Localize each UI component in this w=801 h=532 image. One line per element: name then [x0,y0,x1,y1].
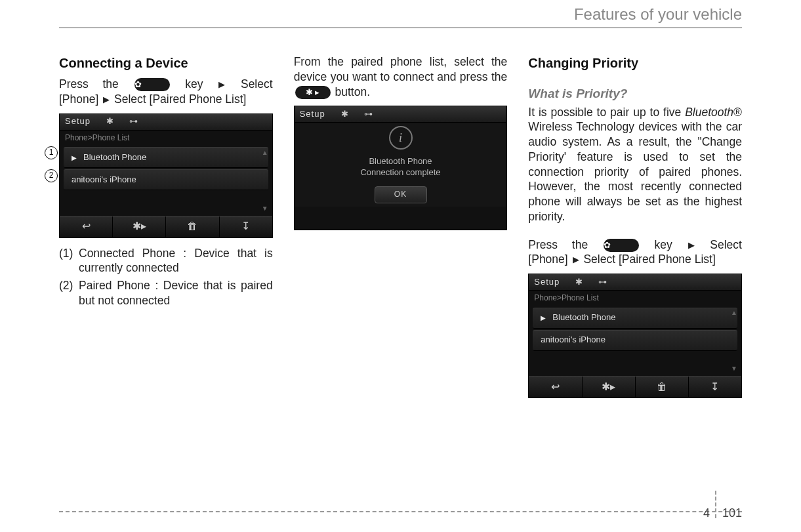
scroll-down-icon[interactable]: ▼ [731,364,737,373]
link-icon: ⊶ [364,109,373,120]
col3-heading: Changing Priority [528,54,742,72]
list-item-label: anitooni's iPhone [541,335,606,346]
pagenum-separator [715,491,717,518]
scroll-up-icon[interactable]: ▲ [262,148,268,157]
legend-text-1: Connected Phone : Device that is current… [79,246,273,276]
brand-bluetooth: Bluetooth [685,106,733,119]
list-item-connected[interactable]: ▶ Bluetooth Phone [533,308,737,329]
list-item-label: Bluetooth Phone [83,152,146,163]
link-icon: ⊶ [129,116,138,127]
bluetooth-icon: ✱ [341,109,348,120]
col3-proc2: [Phone] [528,253,571,266]
screen-setup-label: Setup [65,116,91,127]
col3-para-a: It is possible to pair up to five [528,106,685,119]
screen-breadcrumb: Phone>Phone List [60,131,272,146]
info-icon: i [389,126,413,150]
list-item-connected[interactable]: ▶ Bluetooth Phone [64,147,268,168]
callout-2: 2 [45,169,58,182]
arrow-icon: ▶ [218,79,225,91]
arrow-icon: ▶ [688,240,695,251]
screen-phone-list-1: Setup ✱ ⊶ Phone>Phone List ▲ ▶ Bluetooth… [59,113,273,238]
col3-subhead: What is Priority? [528,86,742,102]
page-number-value: 101 [722,506,742,520]
column-2: From the paired phone list, select the d… [294,54,508,398]
settings-key-icon: ✿ [134,78,170,91]
delete-button[interactable]: 🗑 [166,216,219,237]
legend: (1) Connected Phone : Device that is cur… [59,246,273,308]
page-header: Features of your vehicle [59,0,742,28]
col2-para-tail: button. [335,85,371,98]
connected-indicator-icon: ▶ [541,314,546,322]
col3-proc-c: Select [710,238,742,251]
header-title: Features of your vehicle [574,5,742,23]
col1-proc-c: Select [241,77,273,91]
bt-connect-key-icon: ✱ ▸ [295,86,331,99]
link-icon: ⊶ [598,277,607,288]
msg-line-2: Connection complete [360,167,440,178]
priority-button[interactable]: ↧ [220,216,272,237]
col2-para: From the paired phone list, select the d… [294,55,508,83]
list-item-paired[interactable]: anitooni's iPhone [533,330,737,351]
screen-setup-label: Setup [534,277,560,288]
callout-1: 1 [45,146,58,159]
connected-indicator-icon: ▶ [72,153,77,162]
back-button[interactable]: ↩ [529,377,582,398]
priority-button[interactable]: ↧ [689,377,741,398]
back-button[interactable]: ↩ [60,216,113,237]
col3-proc-b: key [655,238,672,251]
col3-proc2b: Select [Paired Phone List] [583,253,715,266]
screen-breadcrumb: Phone>Phone List [529,291,741,306]
list-item-label: Bluetooth Phone [552,312,615,323]
arrow-icon: ▶ [103,94,110,106]
scroll-up-icon[interactable]: ▲ [731,308,737,317]
screen-topbar: Setup ✱ ⊶ [295,106,507,123]
bt-connect-button[interactable]: ✱▸ [583,377,636,398]
column-1: Connecting a Device Press the ✿ key ▶ Se… [59,54,273,398]
screen-bottombar: ↩ ✱▸ 🗑 ↧ [60,216,272,237]
col3-para-b: Wireless Technology devices with the car… [528,120,742,223]
col1-heading: Connecting a Device [59,54,273,72]
screen-topbar: Setup ✱ ⊶ [60,114,272,131]
chapter-number: 4 [703,506,710,520]
legend-text-2: Paired Phone : Device that is paired but… [79,278,273,308]
col1-proc-a: Press the [59,77,119,91]
col3-proc-a: Press the [528,238,588,251]
registered-mark: ® [733,106,742,119]
list-item-label: anitooni's iPhone [72,174,136,186]
settings-key-icon: ✿ [604,239,639,252]
screen-connection-complete: Setup ✱ ⊶ i Bluetooth Phone Connection c… [294,106,508,230]
screen-setup-label: Setup [300,109,325,120]
legend-num-2: (2) [59,278,79,308]
screen-phone-list-2: Setup ✱ ⊶ Phone>Phone List ▲ ▶ Bluetooth… [528,274,742,398]
legend-num-1: (1) [59,246,79,276]
bluetooth-icon: ✱ [575,277,583,288]
bluetooth-icon: ✱ [106,116,113,127]
ok-button[interactable]: OK [375,186,427,203]
column-3: Changing Priority What is Priority? It i… [528,54,742,398]
bt-connect-button[interactable]: ✱▸ [113,216,166,237]
col1-proc2: [Phone] [59,92,98,106]
col1-proc-b: key [185,77,203,91]
msg-line-1: Bluetooth Phone [360,156,440,167]
page-number: 4 101 [703,506,742,520]
scroll-down-icon[interactable]: ▼ [262,204,268,213]
screen-topbar: Setup ✱ ⊶ [529,274,741,291]
col1-proc2b: Select [Paired Phone List] [114,92,246,106]
delete-button[interactable]: 🗑 [636,377,689,398]
arrow-icon: ▶ [573,255,579,266]
screen-bottombar: ↩ ✱▸ 🗑 ↧ [529,376,741,398]
footer-rule [59,511,742,512]
list-item-paired[interactable]: anitooni's iPhone [64,169,268,190]
